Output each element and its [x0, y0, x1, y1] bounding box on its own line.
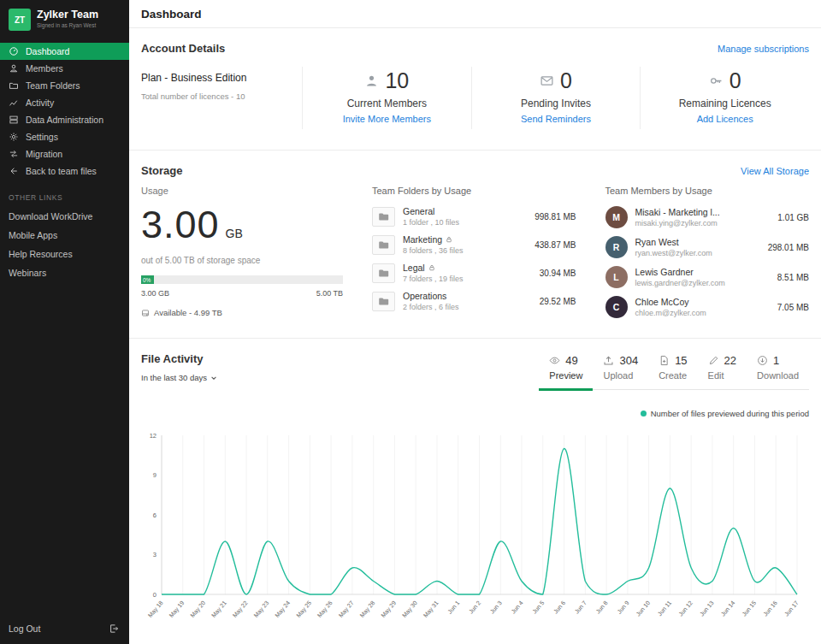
svg-text:May 25: May 25 [295, 600, 313, 619]
team-folders-usage-title: Team Folders by Usage [372, 186, 576, 196]
add-licences-link[interactable]: Add Licences [697, 114, 753, 124]
view-all-storage-link[interactable]: View All Storage [741, 166, 809, 176]
stat-pending-invites: 0 Pending Invites Send Reminders [471, 67, 641, 129]
member-usage-row-lewis-gardner[interactable]: L Lewis Gardner lewis.gardner@zylker.com… [605, 266, 810, 288]
team-logo: ZT [9, 9, 31, 31]
sidebar-item-members[interactable]: Members [0, 60, 129, 77]
migration-icon [9, 149, 19, 159]
svg-text:Jun 1: Jun 1 [446, 600, 460, 615]
svg-text:May 20: May 20 [189, 600, 207, 619]
usage-label: Usage [141, 186, 343, 196]
avatar: L [605, 266, 628, 288]
topbar: Dashboard [129, 0, 821, 28]
folder-usage-row-marketing[interactable]: Marketing 8 folders , 36 files 438.87 MB [372, 234, 576, 255]
svg-text:May 18: May 18 [147, 600, 165, 619]
tab-upload[interactable]: 304 Upload [593, 352, 648, 389]
other-link-help-resources[interactable]: Help Resources [9, 249, 121, 259]
storage-used-value: 3.00GB [141, 203, 343, 247]
svg-text:Jun 17: Jun 17 [783, 600, 800, 617]
file-activity-chart: 036912May 18May 19May 20May 21May 22May … [141, 427, 809, 644]
account-details-section: Account Details Manage subscriptions Pla… [129, 28, 821, 151]
svg-text:Jun 3: Jun 3 [489, 600, 503, 615]
main-content: Dashboard Account Details Manage subscri… [129, 0, 821, 644]
svg-text:May 31: May 31 [422, 600, 440, 619]
licences-note: Total number of licences - 10 [141, 92, 302, 101]
storage-capacity-note: out of 5.00 TB of storage space [141, 256, 343, 265]
team-members-usage-title: Team Members by Usage [605, 186, 810, 196]
manage-subscriptions-link[interactable]: Manage subscriptions [718, 44, 809, 54]
folder-usage-row-operations[interactable]: Operations 2 folders , 6 files 29.52 MB [372, 291, 576, 311]
storage-section: Storage View All Storage Usage 3.00GB ou… [129, 151, 821, 339]
tab-preview[interactable]: 49 Preview [539, 352, 593, 391]
other-link-webinars[interactable]: Webinars [9, 268, 121, 278]
team-brand: ZT Zylker Team Signed in as Ryan West [0, 0, 129, 43]
create-icon [659, 355, 670, 366]
send-reminders-link[interactable]: Send Reminders [521, 114, 591, 124]
svg-text:Jun 5: Jun 5 [531, 600, 545, 615]
sidebar-item-data-administration[interactable]: Data Administration [0, 111, 129, 128]
sidebar-item-back-to-team-files[interactable]: Back to team files [0, 162, 129, 180]
settings-icon [9, 132, 19, 142]
sidebar-item-activity[interactable]: Activity [0, 94, 129, 111]
svg-text:Jun 16: Jun 16 [762, 600, 778, 617]
svg-text:Jun 15: Jun 15 [741, 600, 757, 617]
avatar: M [605, 206, 628, 228]
storage-progress-bar: 0% [141, 275, 343, 284]
sidebar-item-migration[interactable]: Migration [0, 145, 129, 162]
storage-progress-fill: 0% [141, 275, 154, 284]
tab-download[interactable]: 1 Download [747, 352, 809, 389]
plan-info: Plan - Business Edition Total number of … [141, 67, 302, 129]
folder-icon [372, 207, 395, 227]
svg-text:May 29: May 29 [380, 600, 398, 619]
envelope-icon [540, 74, 554, 88]
account-details-title: Account Details [141, 42, 225, 55]
signed-in-as: Signed in as Ryan West [37, 22, 98, 28]
sidebar: ZT Zylker Team Signed in as Ryan West Da… [0, 0, 129, 644]
svg-text:May 19: May 19 [168, 600, 186, 619]
folder-icon [372, 235, 395, 255]
folder-icon [9, 80, 19, 91]
app-root: ZT Zylker Team Signed in as Ryan West Da… [0, 0, 821, 644]
svg-text:May 27: May 27 [338, 600, 356, 619]
sidebar-item-dashboard[interactable]: Dashboard [0, 43, 129, 60]
storage-available: Available - 4.99 TB [141, 308, 343, 317]
key-icon [709, 74, 724, 88]
storage-bar-max: 5.00 TB [316, 289, 343, 298]
svg-text:Jun 4: Jun 4 [510, 600, 523, 615]
svg-text:May 22: May 22 [232, 600, 250, 619]
svg-text:Jun 10: Jun 10 [635, 600, 651, 617]
logout-button[interactable]: Log Out [0, 615, 129, 644]
sidebar-nav: Dashboard Members Team Folders Activity … [0, 43, 129, 180]
tab-edit[interactable]: 22 Edit [698, 352, 747, 389]
lock-icon [446, 236, 452, 243]
page-title: Dashboard [141, 8, 202, 21]
person-icon [364, 74, 379, 88]
chart-legend: Number of files previewed during this pe… [141, 409, 809, 418]
other-link-mobile-apps[interactable]: Mobile Apps [9, 230, 121, 240]
svg-text:Jun 12: Jun 12 [677, 600, 694, 617]
disk-icon [141, 309, 150, 317]
other-links-title: OTHER LINKS [9, 193, 121, 202]
avatar: C [605, 296, 628, 318]
file-activity-section: File Activity In the last 30 days 49 Pre… [129, 339, 821, 644]
other-link-download-workdrive[interactable]: Download WorkDrive [9, 211, 121, 222]
legend-label: Number of files previewed during this pe… [651, 409, 809, 418]
svg-text:May 24: May 24 [274, 600, 292, 619]
invite-more-members-link[interactable]: Invite More Members [343, 114, 431, 124]
sidebar-item-team-folders[interactable]: Team Folders [0, 77, 129, 94]
avatar: R [605, 236, 628, 258]
member-usage-row-misaki-marketing-l[interactable]: M Misaki - Marketing l... misaki.ying@zy… [605, 206, 810, 228]
member-usage-row-ryan-west[interactable]: R Ryan West ryan.west@zylker.com 298.01 … [605, 236, 810, 258]
sidebar-item-settings[interactable]: Settings [0, 128, 129, 145]
svg-text:9: 9 [153, 471, 157, 479]
folder-usage-row-legal[interactable]: Legal 7 folders , 19 files 30.94 MB [372, 263, 576, 283]
date-range-filter[interactable]: In the last 30 days [141, 373, 217, 382]
folder-usage-row-general[interactable]: General 1 folder , 10 files 998.81 MB [372, 206, 576, 227]
tab-create[interactable]: 15 Create [648, 352, 697, 389]
svg-text:0: 0 [153, 591, 157, 599]
member-usage-row-chloe-mccoy[interactable]: C Chloe McCoy chloe.m@zylker.com 7.05 MB [605, 296, 810, 318]
svg-text:May 23: May 23 [252, 600, 270, 619]
data-icon [9, 115, 19, 125]
svg-text:Jun 6: Jun 6 [552, 600, 566, 615]
storage-title: Storage [141, 164, 182, 177]
